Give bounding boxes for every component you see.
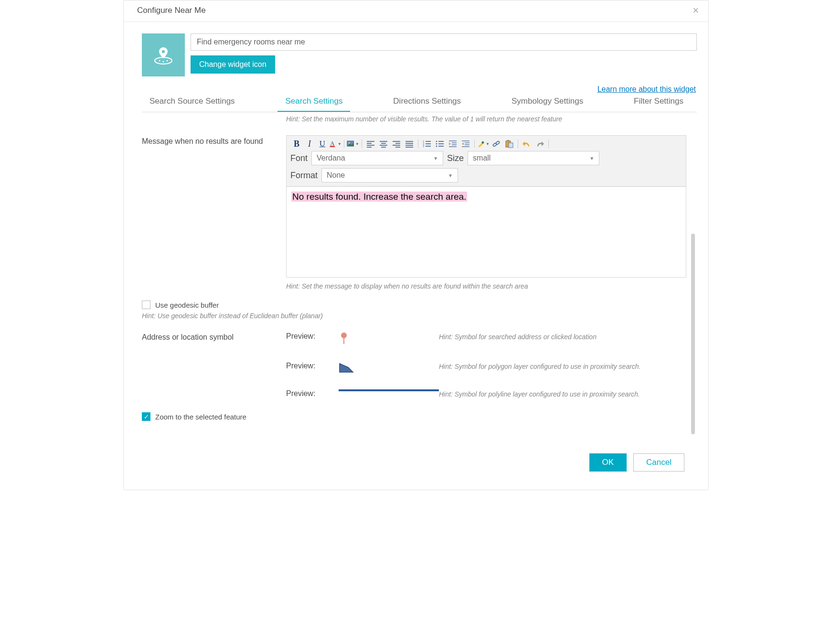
- tab-filter-settings[interactable]: Filter Settings: [626, 97, 691, 112]
- outdent-button[interactable]: [459, 139, 472, 149]
- svg-rect-52: [343, 338, 344, 344]
- svg-point-47: [495, 141, 500, 145]
- underline-button[interactable]: U: [316, 139, 329, 149]
- editor-toolbar-formatting: B I U A▼ ▼: [287, 136, 686, 151]
- dialog-content: Change widget icon Learn more about this…: [124, 22, 708, 490]
- svg-point-31: [436, 141, 437, 142]
- pin-icon: [339, 332, 349, 345]
- polygon-symbol-preview[interactable]: [339, 362, 439, 373]
- editor-toolbar-format: Format None ▼: [287, 168, 686, 186]
- tab-symbology-settings[interactable]: Symbology Settings: [504, 97, 591, 112]
- editor-body[interactable]: No results found. Increase the search ar…: [287, 186, 686, 277]
- hint-line-symbol: Hint: Symbol for polyline layer configur…: [439, 389, 686, 398]
- tab-directions-settings[interactable]: Directions Settings: [385, 97, 469, 112]
- bold-button[interactable]: B: [290, 139, 303, 149]
- chevron-down-icon: ▼: [433, 156, 438, 161]
- insert-image-button[interactable]: ▼: [347, 139, 359, 149]
- address-symbol-section: Address or location symbol Preview: Hint…: [142, 332, 686, 398]
- format-label: Format: [290, 171, 318, 181]
- format-select[interactable]: None ▼: [321, 168, 458, 182]
- point-symbol-preview[interactable]: [339, 332, 439, 345]
- svg-rect-49: [507, 140, 509, 141]
- svg-point-1: [159, 60, 160, 61]
- link-button[interactable]: [490, 139, 502, 149]
- scrollbar-thumb[interactable]: [691, 234, 695, 434]
- svg-point-4: [162, 50, 165, 53]
- tab-search-settings[interactable]: Search Settings: [277, 97, 350, 112]
- cancel-button[interactable]: Cancel: [633, 453, 684, 472]
- forecolor-button[interactable]: A▼: [329, 139, 341, 149]
- change-icon-button[interactable]: Change widget icon: [191, 55, 275, 74]
- symbol-row-line: Preview: Hint: Symbol for polyline layer…: [286, 389, 686, 398]
- hint-max-results: Hint: Set the maximum number of visible …: [286, 115, 686, 123]
- dialog-footer: OK Cancel: [142, 447, 697, 480]
- font-label: Font: [290, 153, 308, 163]
- preview-label: Preview:: [286, 332, 339, 341]
- widget-header-row: Change widget icon: [142, 33, 697, 76]
- label-address-symbol: Address or location symbol: [142, 332, 286, 398]
- hint-geodesic: Hint: Use geodesic buffer instead of Euc…: [142, 312, 686, 320]
- align-right-button[interactable]: [390, 139, 403, 149]
- svg-point-46: [492, 143, 497, 147]
- near-me-icon: [152, 43, 175, 66]
- ok-button[interactable]: OK: [589, 453, 627, 472]
- font-select-value: Verdana: [317, 154, 345, 162]
- close-icon[interactable]: ×: [693, 5, 699, 16]
- svg-text:3: 3: [423, 145, 425, 148]
- svg-rect-6: [330, 146, 335, 147]
- widget-title-input[interactable]: [191, 33, 697, 51]
- indent-button[interactable]: [447, 139, 459, 149]
- configure-dialog: Configure Near Me × Change widget icon L…: [123, 0, 709, 490]
- tab-bar: Search Source Settings Search Settings D…: [142, 97, 697, 112]
- paste-button[interactable]: [503, 139, 515, 149]
- zoom-selected-label: Zoom to the selected feature: [155, 413, 246, 421]
- chevron-down-icon: ▼: [448, 173, 453, 178]
- font-select[interactable]: Verdana ▼: [311, 151, 443, 165]
- label-no-results-message: Message when no results are found: [142, 135, 286, 290]
- svg-point-0: [155, 57, 172, 64]
- zoom-selected-checkbox[interactable]: ✓: [142, 412, 150, 421]
- align-justify-button[interactable]: [403, 139, 416, 149]
- hint-polygon-symbol: Hint: Symbol for polygon layer configure…: [439, 362, 686, 370]
- undo-button[interactable]: [521, 139, 533, 149]
- svg-point-2: [162, 61, 164, 62]
- hint-no-results: Hint: Set the message to display when no…: [286, 282, 686, 290]
- dialog-title: Configure Near Me: [137, 6, 206, 15]
- chevron-down-icon: ▼: [589, 156, 594, 161]
- rich-text-editor: B I U A▼ ▼: [286, 135, 686, 278]
- align-left-button[interactable]: [364, 139, 377, 149]
- symbol-row-point: Preview: Hint: Symbol for searched addre…: [286, 332, 686, 345]
- row-geodesic-buffer: Use geodesic buffer: [142, 301, 686, 309]
- svg-point-51: [341, 333, 347, 338]
- line-symbol-preview[interactable]: [339, 389, 439, 391]
- unordered-list-button[interactable]: [434, 139, 446, 149]
- geodesic-checkbox[interactable]: [142, 301, 150, 309]
- tab-source-settings[interactable]: Search Source Settings: [142, 97, 243, 112]
- size-select-value: small: [473, 154, 491, 162]
- widget-header-right: Change widget icon: [191, 33, 697, 74]
- svg-point-8: [348, 142, 350, 144]
- widget-icon-preview[interactable]: [142, 33, 185, 76]
- svg-point-33: [436, 146, 437, 147]
- hint-point-symbol: Hint: Symbol for searched address or cli…: [439, 332, 686, 341]
- svg-point-32: [436, 143, 437, 145]
- hilite-button[interactable]: ▼: [477, 139, 490, 149]
- row-no-results-message: Message when no results are found B I U …: [142, 135, 686, 290]
- align-center-button[interactable]: [377, 139, 390, 149]
- editor-text: No results found. Increase the search ar…: [291, 192, 467, 202]
- redo-button[interactable]: [533, 139, 546, 149]
- polygon-icon: [339, 362, 354, 373]
- geodesic-label: Use geodesic buffer: [155, 301, 219, 309]
- editor-container: B I U A▼ ▼: [286, 135, 686, 290]
- editor-toolbar-font: Font Verdana ▼ Size small ▼: [287, 151, 686, 168]
- size-select[interactable]: small ▼: [468, 151, 599, 165]
- format-select-value: None: [327, 171, 345, 180]
- settings-scroll-area: Hint: Set the maximum number of visible …: [142, 112, 697, 447]
- preview-label: Preview:: [286, 362, 339, 370]
- symbol-row-polygon: Preview: Hint: Symbol for polygon layer …: [286, 362, 686, 373]
- italic-button[interactable]: I: [303, 139, 316, 149]
- row-zoom-selected: ✓ Zoom to the selected feature: [142, 412, 686, 421]
- ordered-list-button[interactable]: 123: [421, 139, 433, 149]
- preview-label: Preview:: [286, 389, 339, 398]
- learn-more-link[interactable]: Learn more about this widget: [597, 85, 696, 94]
